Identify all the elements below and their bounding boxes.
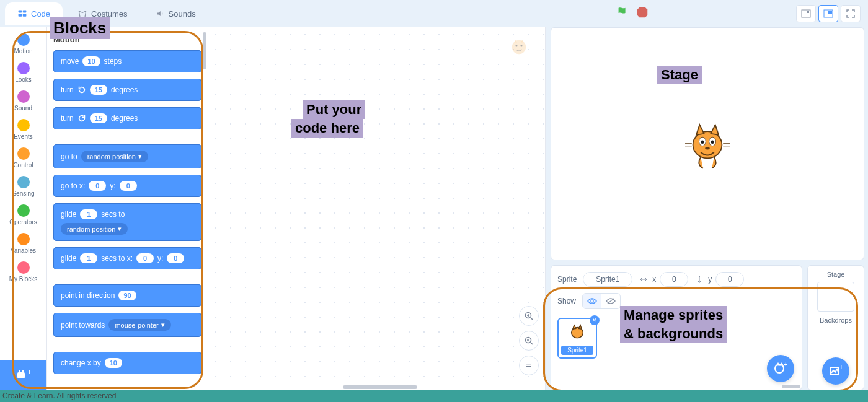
large-stage-button[interactable]	[818, 5, 838, 22]
block-number-input[interactable]: 90	[118, 291, 136, 300]
block-text: go to	[61, 152, 78, 161]
zoom-in-button[interactable]	[519, 306, 539, 326]
tab-costumes[interactable]: Costumes	[65, 2, 140, 25]
tab-sounds[interactable]: Sounds	[143, 2, 208, 25]
tab-sounds-label: Sounds	[169, 9, 196, 19]
script-area[interactable]: =	[208, 27, 546, 390]
y-arrow-icon	[694, 274, 704, 284]
block-dropdown[interactable]: mouse-pointer▾	[108, 319, 170, 331]
svg-point-22	[711, 141, 714, 144]
block-number-input[interactable]: 0	[89, 181, 106, 191]
block-number-input[interactable]: 1	[80, 253, 97, 263]
block-number-input[interactable]: 10	[105, 358, 122, 368]
category-motion[interactable]: Motion	[0, 30, 46, 58]
zoom-reset-button[interactable]: =	[519, 356, 539, 375]
block-text: y:	[157, 254, 163, 263]
tab-code[interactable]: Code	[5, 2, 63, 25]
category-sensing[interactable]: Sensing	[0, 172, 46, 201]
costumes-icon	[78, 9, 87, 19]
sprite-on-stage[interactable]	[680, 116, 735, 172]
category-label: Looks	[15, 76, 32, 83]
svg-text:+: +	[839, 365, 843, 370]
add-sprite-button[interactable]: +	[767, 355, 794, 382]
block-change-x[interactable]: change x by 10	[53, 352, 202, 374]
chevron-down-icon: ▾	[118, 225, 122, 233]
sprite-thumbnail[interactable]: Sprite1	[557, 318, 597, 359]
block-turn-ccw[interactable]: turn 15 degrees	[53, 107, 202, 129]
block-number-input[interactable]: 10	[82, 56, 100, 66]
stage-thumbnail[interactable]	[817, 282, 854, 312]
category-sound[interactable]: Sound	[0, 87, 46, 115]
block-point-direction[interactable]: point in direction 90	[53, 284, 202, 307]
svg-rect-8	[828, 11, 832, 14]
x-arrow-icon	[639, 274, 649, 284]
backdrops-label: Backdrops	[820, 317, 852, 324]
sprite-x-input[interactable]: 0	[660, 272, 688, 287]
block-glide-random[interactable]: glide 1 secs to random position▾	[53, 203, 202, 241]
block-goto-random[interactable]: go to random position▾	[53, 144, 202, 168]
y-label: y	[708, 275, 712, 284]
show-label: Show	[557, 297, 576, 305]
block-move-steps[interactable]: move 10 steps	[53, 50, 202, 72]
category-looks[interactable]: Looks	[0, 58, 46, 87]
block-text: glide	[61, 254, 76, 263]
tab-code-label: Code	[31, 9, 50, 19]
block-dropdown[interactable]: random position▾	[81, 151, 148, 162]
small-stage-button[interactable]	[796, 5, 816, 22]
category-my-blocks[interactable]: My Blocks	[0, 258, 46, 286]
block-point-towards[interactable]: point towards mouse-pointer▾	[53, 313, 202, 337]
svg-rect-11	[22, 370, 24, 372]
block-number-input[interactable]: 0	[120, 181, 137, 191]
category-control[interactable]: Control	[0, 144, 46, 172]
stage-panel-title: Stage	[827, 271, 845, 278]
block-text: degrees	[111, 85, 138, 94]
svg-point-24	[591, 300, 593, 302]
block-number-input[interactable]: 15	[90, 85, 107, 95]
blocks-area: Motion Looks Sound Events Control Sensin…	[0, 27, 208, 390]
x-label: x	[652, 275, 656, 284]
svg-point-23	[705, 147, 709, 150]
add-backdrop-button[interactable]: +	[822, 357, 849, 385]
block-palette[interactable]: Motion move 10 steps turn 15 degrees tur…	[47, 27, 208, 390]
tab-costumes-label: Costumes	[91, 9, 128, 19]
script-scrollbar[interactable]	[343, 385, 417, 389]
block-text: glide	[61, 210, 76, 219]
category-label: Events	[14, 133, 33, 140]
block-number-input[interactable]: 0	[136, 253, 154, 263]
hide-sprite-button[interactable]	[601, 294, 620, 308]
green-flag-button[interactable]	[616, 6, 629, 22]
stage-view-controls	[796, 5, 861, 22]
block-glide-xy[interactable]: glide 1 secs to x: 0 y: 0	[53, 247, 202, 269]
show-sprite-button[interactable]	[583, 294, 601, 308]
delete-sprite-button[interactable]	[590, 315, 600, 325]
category-events[interactable]: Events	[0, 115, 46, 144]
rotate-cw-icon	[78, 85, 86, 94]
block-dropdown[interactable]: random position▾	[61, 223, 128, 235]
fullscreen-button[interactable]	[841, 5, 861, 22]
palette-scrollbar[interactable]	[203, 32, 206, 69]
category-variables[interactable]: Variables	[0, 229, 46, 258]
svg-rect-0	[19, 10, 22, 12]
block-text: secs to x:	[101, 254, 133, 263]
block-text: secs to	[101, 210, 125, 219]
block-number-input[interactable]: 0	[167, 253, 184, 263]
zoom-out-button[interactable]	[519, 331, 539, 351]
sprite-stage-panels: Sprite Sprite1 x 0 y 0 Show	[551, 265, 864, 390]
block-number-input[interactable]: 1	[80, 209, 97, 219]
sprite-y-input[interactable]: 0	[715, 272, 744, 287]
palette-heading: Motion	[53, 35, 202, 44]
add-extension-button[interactable]: +	[0, 360, 46, 390]
control-color-icon	[17, 147, 30, 160]
block-number-input[interactable]: 15	[90, 113, 107, 123]
svg-rect-3	[23, 14, 27, 17]
stage[interactable]	[551, 27, 864, 260]
category-label: My Blocks	[9, 276, 38, 282]
sprite-name-input[interactable]: Sprite1	[583, 272, 632, 287]
category-operators[interactable]: Operators	[0, 201, 46, 229]
block-turn-cw[interactable]: turn 15 degrees	[53, 79, 202, 101]
stop-button[interactable]	[636, 6, 649, 22]
category-label: Sensing	[12, 190, 34, 197]
block-goto-xy[interactable]: go to x: 0 y: 0	[53, 175, 202, 197]
main-layout: Motion Looks Sound Events Control Sensin…	[0, 27, 868, 390]
sprite-panel-scrollbar[interactable]	[552, 385, 800, 388]
